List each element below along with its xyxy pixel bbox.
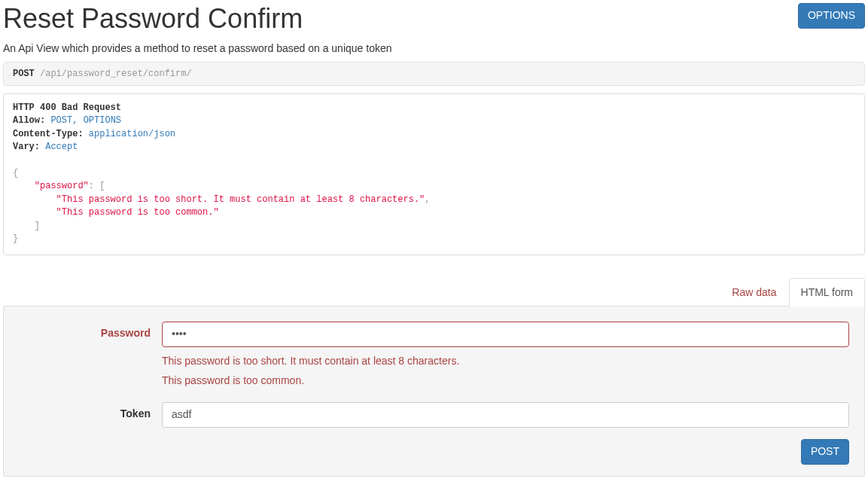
vary-label: Vary: [13,142,40,152]
form-group-token: Token [19,402,849,428]
tab-html-form[interactable]: HTML form [789,278,865,307]
request-path: /api/password_reset/confirm/ [40,69,192,79]
password-error-0: This password is too short. It must cont… [162,355,849,367]
status-line: HTTP 400 Bad Request [13,102,121,113]
request-method: POST [13,69,35,79]
request-info: POST /api/password_reset/confirm/ [3,62,865,86]
post-button[interactable]: POST [801,439,849,465]
password-label: Password [19,322,162,339]
vary-value: Accept [45,142,78,152]
password-error-1: This password is too common. [162,374,849,386]
password-field[interactable] [162,322,849,347]
token-label: Token [19,402,162,419]
page-title: Reset Password Confirm [3,3,303,35]
api-description: An Api View which provides a method to r… [3,42,865,54]
content-type-label: Content-Type: [13,129,84,139]
content-type-value: application/json [89,129,175,139]
token-field[interactable] [162,402,849,428]
form-group-password: Password This password is too short. It … [19,322,849,391]
form-tabs: Raw data HTML form [3,278,865,307]
allow-label: Allow: [13,115,45,126]
tab-raw-data[interactable]: Raw data [720,278,788,307]
options-button[interactable]: OPTIONS [798,3,865,29]
response-block: HTTP 400 Bad Request Allow: POST, OPTION… [3,93,865,255]
form-panel: Password This password is too short. It … [3,307,865,477]
allow-value: POST, OPTIONS [50,115,121,126]
json-error-1: "This password is too common." [56,207,219,218]
json-error-0: "This password is too short. It must con… [56,194,425,205]
